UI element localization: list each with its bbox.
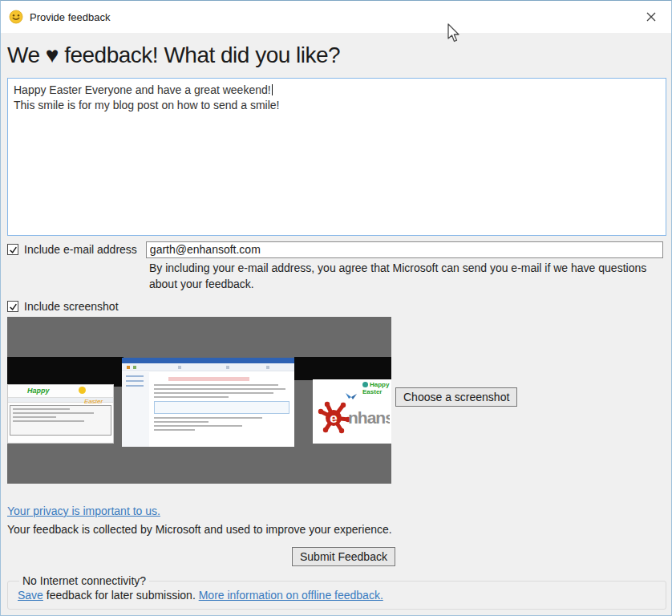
save-link[interactable]: Save <box>18 589 43 602</box>
leaf-icon <box>362 382 368 387</box>
enhansoft-gear-icon: e <box>316 400 351 436</box>
preview-right-window: Happy Easter <box>313 379 391 444</box>
checkmark-icon <box>9 302 18 311</box>
butterfly-icon <box>345 392 358 402</box>
preview-black-strip-left <box>7 357 123 387</box>
mini-titlebar <box>122 358 294 363</box>
page-title: We ♥ feedback! What did you like? <box>7 41 665 70</box>
offline-info-link[interactable]: More information on offline feedback. <box>199 589 383 602</box>
email-disclaimer: By including your e-mail address, you ag… <box>149 260 665 292</box>
email-row: Include e-mail address <box>7 241 665 258</box>
feedback-line2: This smile is for my blog post on how to… <box>14 98 660 113</box>
include-screenshot-checkbox[interactable] <box>7 301 18 312</box>
offline-text: Save feedback for later submission. More… <box>18 589 656 602</box>
chick-icon <box>79 387 86 394</box>
offline-groupbox: No Internet connectivity? Save feedback … <box>7 574 666 610</box>
include-screenshot-label[interactable]: Include screenshot <box>24 300 119 313</box>
close-icon <box>646 12 656 22</box>
provide-feedback-window: Provide feedback We ♥ feedback! What did… <box>0 0 672 616</box>
privacy-statement: Your feedback is collected by Microsoft … <box>7 523 665 536</box>
checkmark-icon <box>9 245 18 254</box>
window-title: Provide feedback <box>30 11 639 23</box>
enhansoft-logo: e nhansoft <box>316 400 390 436</box>
email-input[interactable] <box>146 241 663 258</box>
include-email-label[interactable]: Include e-mail address <box>24 243 137 256</box>
smiley-icon <box>9 10 23 24</box>
choose-screenshot-button[interactable]: Choose a screenshot <box>395 387 517 407</box>
feedback-textarea[interactable]: Happy Easter Everyone and have a great w… <box>7 78 666 236</box>
svg-text:e: e <box>330 411 337 426</box>
submit-feedback-button[interactable]: Submit Feedback <box>292 547 395 566</box>
privacy-link[interactable]: Your privacy is important to us. <box>7 505 160 517</box>
include-email-checkbox[interactable] <box>7 244 18 255</box>
dialog-content: We ♥ feedback! What did you like? Happy … <box>1 41 671 610</box>
screenshot-row: Include screenshot <box>7 299 665 314</box>
feedback-line1: Happy Easter Everyone and have a great w… <box>14 83 271 96</box>
close-button[interactable] <box>639 5 663 29</box>
screenshot-preview-row: Happy Easter <box>7 317 665 484</box>
preview-center-window <box>122 358 294 447</box>
offline-legend: No Internet connectivity? <box>19 574 149 587</box>
titlebar: Provide feedback <box>1 1 671 33</box>
preview-black-strip-right <box>294 357 391 380</box>
preview-left-window: Happy Easter <box>7 384 114 444</box>
screenshot-preview: Happy Easter <box>7 317 391 484</box>
text-caret <box>272 84 273 95</box>
